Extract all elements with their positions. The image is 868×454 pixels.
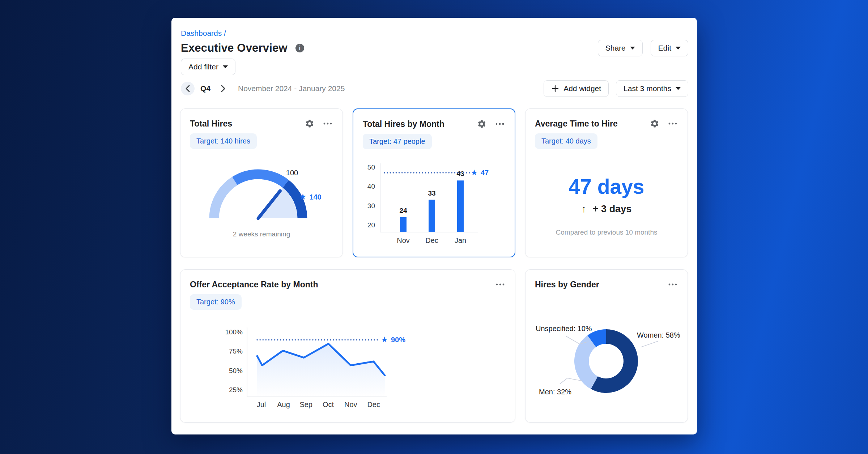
svg-text:30: 30 [367, 202, 375, 210]
chevron-down-icon [676, 47, 681, 50]
svg-text:100%: 100% [225, 328, 243, 336]
plus-icon [551, 85, 559, 93]
kpi-value: 47 days [526, 175, 688, 198]
svg-text:50: 50 [367, 163, 375, 171]
svg-text:Dec: Dec [367, 401, 380, 408]
widget-title: Average Time to Hire [535, 119, 642, 129]
svg-text:Women: 58%: Women: 58% [637, 331, 680, 339]
chevron-down-icon [676, 87, 681, 90]
svg-text:★: ★ [471, 168, 478, 177]
edit-button-label: Edit [658, 44, 671, 52]
svg-text:140: 140 [309, 193, 321, 201]
hires-by-gender-donut-chart: Women: 58%Men: 32%Unspecified: 10% [526, 270, 688, 422]
widget-menu-button[interactable] [667, 118, 678, 129]
target-badge: Target: 40 days [535, 133, 597, 149]
widget-footnote: Compared to previous 10 months [526, 228, 688, 236]
svg-text:90%: 90% [391, 336, 405, 344]
chevron-down-icon [630, 47, 635, 50]
info-icon[interactable]: i [295, 44, 304, 52]
svg-text:50%: 50% [229, 367, 243, 374]
offer-acceptance-line-chart: 100%75%50%25%★90%JulAugSepOctNovDec [180, 270, 515, 422]
widget-total-hires-by-month[interactable]: Total Hires by Month Target: 47 people 5… [353, 108, 515, 257]
page-background: { "header": { "breadcrumb": "Dashboards … [0, 0, 868, 454]
svg-text:Aug: Aug [277, 401, 290, 408]
gear-icon [650, 119, 659, 128]
arrow-up-icon: ↑ [582, 204, 587, 214]
add-widget-label: Add widget [563, 84, 601, 93]
svg-text:Jul: Jul [257, 401, 266, 408]
kpi-delta-text: + 3 days [593, 204, 631, 214]
chevron-right-icon [221, 85, 226, 93]
widget-average-time-to-hire[interactable]: Average Time to Hire Target: 40 days 47 … [525, 108, 688, 257]
kpi-delta: ↑ + 3 days [526, 204, 688, 215]
svg-text:Oct: Oct [323, 401, 334, 408]
next-quarter-button[interactable] [216, 82, 230, 95]
add-filter-label: Add filter [188, 63, 218, 71]
svg-text:Sep: Sep [299, 401, 312, 408]
more-options-icon [668, 122, 677, 125]
svg-text:Nov: Nov [344, 401, 357, 408]
svg-text:100: 100 [286, 169, 298, 177]
chevron-down-icon [223, 65, 228, 68]
time-range-label: Last 3 months [624, 84, 671, 93]
share-button-label: Share [605, 44, 626, 52]
add-filter-button[interactable]: Add filter [181, 59, 235, 75]
svg-text:Dec: Dec [425, 236, 438, 244]
time-range-selector[interactable]: Last 3 months [616, 80, 688, 97]
share-button[interactable]: Share [598, 40, 643, 56]
svg-text:Men: 32%: Men: 32% [539, 388, 571, 396]
widget-settings-button[interactable] [649, 118, 660, 129]
svg-text:40: 40 [367, 183, 375, 190]
svg-text:★: ★ [381, 335, 388, 344]
widget-footnote: 2 weeks remaining [180, 230, 342, 238]
svg-text:Unspecified: 10%: Unspecified: 10% [536, 325, 592, 333]
svg-text:24: 24 [399, 207, 407, 214]
quarter-label: Q4 [200, 84, 210, 93]
page-title: Executive Overview [181, 42, 288, 55]
svg-text:47: 47 [481, 169, 489, 177]
edit-button[interactable]: Edit [651, 40, 688, 56]
add-widget-button[interactable]: Add widget [544, 80, 609, 97]
widget-offer-acceptance-rate[interactable]: Offer Acceptance Rate by Month Target: 9… [180, 269, 515, 423]
date-range-label: November 2024 - January 2025 [238, 84, 345, 93]
hires-by-month-bar-chart: 5040302024Nov33Dec43Jan★47 [353, 109, 515, 257]
svg-text:20: 20 [367, 221, 375, 229]
widget-total-hires[interactable]: Total Hires Target: 140 hires 100★140 2 … [180, 108, 343, 257]
period-bar: Q4 November 2024 - January 2025 Add widg… [181, 80, 688, 97]
svg-text:25%: 25% [229, 386, 243, 394]
chevron-left-icon [185, 85, 190, 93]
svg-text:33: 33 [428, 189, 435, 197]
svg-text:75%: 75% [229, 347, 243, 355]
svg-text:43: 43 [456, 170, 464, 177]
previous-quarter-button[interactable] [181, 82, 195, 95]
svg-text:★: ★ [299, 192, 307, 201]
svg-text:Nov: Nov [397, 236, 410, 244]
dashboard-panel: Dashboards / Executive Overview i Share … [171, 18, 697, 434]
breadcrumb[interactable]: Dashboards / [181, 29, 226, 38]
widget-hires-by-gender[interactable]: Hires by Gender Women: 58%Men: 32%Unspec… [525, 269, 688, 423]
svg-text:Jan: Jan [455, 236, 466, 244]
